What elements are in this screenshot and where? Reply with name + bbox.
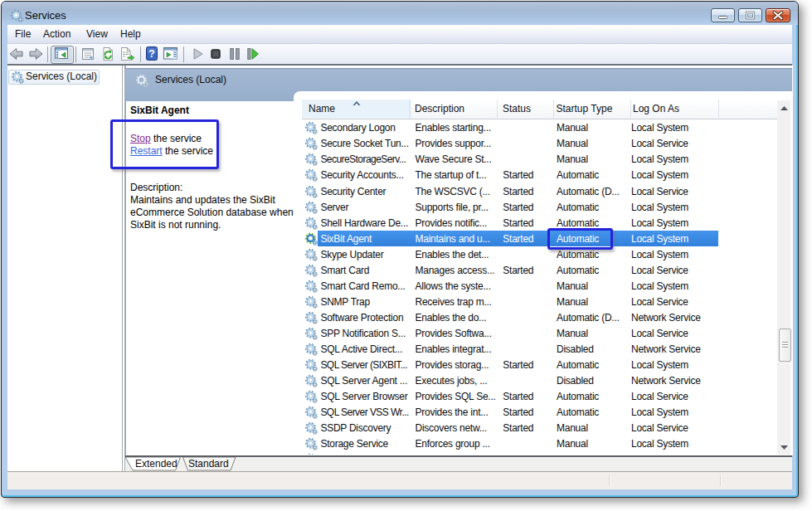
svg-text:?: ? [148, 48, 154, 60]
